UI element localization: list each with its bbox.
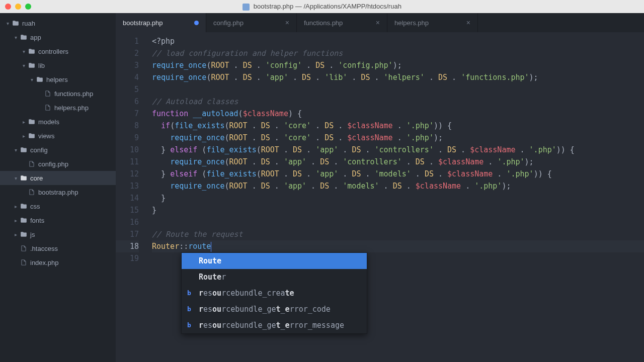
tree-item-label: index.php	[30, 259, 58, 266]
folder-icon	[19, 217, 28, 224]
folder-icon	[35, 76, 44, 83]
editor-tab[interactable]: config.php×	[206, 13, 297, 32]
tree-item-label: helpers	[46, 76, 68, 83]
tree-folder[interactable]: ▸models	[0, 115, 116, 129]
code-wrap: 12345678910111213141516171819 <?php// lo…	[116, 32, 644, 362]
autocomplete-label: resourcebundle_get_error_message	[199, 319, 344, 331]
tree-folder[interactable]: ▸fonts	[0, 213, 116, 227]
code-line: <?php	[152, 35, 644, 47]
autocomplete-item[interactable]: bresourcebundle_get_error_message	[182, 317, 367, 333]
chevron-icon: ▾	[20, 63, 27, 68]
folder-icon	[19, 203, 28, 210]
chevron-icon: ▸	[20, 119, 27, 125]
window-close-button[interactable]	[5, 4, 11, 10]
php-file-icon	[243, 4, 250, 11]
tree-item-label: fonts	[30, 217, 44, 224]
code-line: require_once(ROOT . DS . 'core' . DS . $…	[152, 132, 644, 144]
tree-file[interactable]: bootstrap.php	[0, 185, 116, 199]
autocomplete-item[interactable]: Route	[182, 253, 367, 269]
tree-folder[interactable]: ▾ruah	[0, 16, 116, 30]
window-titlebar: bootstrap.php — /Applications/XAMPP/htdo…	[0, 0, 644, 13]
tree-item-label: core	[30, 174, 43, 182]
tree-item-label: models	[38, 118, 59, 126]
editor-tab[interactable]: bootstrap.php	[116, 13, 206, 32]
editor-tabs[interactable]: bootstrap.phpconfig.php×functions.php×he…	[116, 13, 644, 32]
autocomplete-kind-icon: b	[184, 288, 195, 299]
window-minimize-button[interactable]	[15, 4, 21, 10]
code-line: require_once(ROOT . DS . 'config' . DS .…	[152, 59, 644, 71]
code-editor[interactable]: <?php// load configuration and helper fu…	[146, 32, 644, 362]
line-number: 7	[116, 108, 139, 120]
tree-item-label: functions.php	[54, 90, 93, 98]
line-number: 16	[116, 216, 139, 228]
code-line: // Route the request	[152, 228, 644, 240]
tree-folder[interactable]: ▾config	[0, 143, 116, 157]
tree-folder[interactable]: ▸views	[0, 129, 116, 143]
tree-file[interactable]: index.php	[0, 255, 116, 269]
tree-item-label: ruah	[22, 20, 35, 27]
autocomplete-item[interactable]: Router	[182, 269, 367, 285]
tree-folder[interactable]: ▾helpers	[0, 72, 116, 86]
autocomplete-label: Route	[199, 255, 221, 267]
traffic-lights	[5, 4, 31, 10]
chevron-icon: ▸	[12, 232, 19, 237]
autocomplete-label: resourcebundle_get_error_code	[199, 303, 331, 315]
folder-icon	[19, 146, 28, 153]
tab-close-button[interactable]: ×	[376, 19, 380, 27]
tab-close-button[interactable]: ×	[466, 19, 470, 27]
tab-close-button[interactable]: ×	[285, 19, 289, 27]
tree-folder[interactable]: ▾lib	[0, 58, 116, 72]
editor-tab[interactable]: functions.php×	[297, 13, 387, 32]
tree-item-label: helpers.php	[54, 104, 89, 112]
file-icon	[19, 245, 28, 252]
code-line	[152, 216, 644, 228]
tree-item-label: css	[30, 203, 40, 210]
line-number: 1	[116, 35, 139, 47]
autocomplete-popup[interactable]: RouteRouterbresourcebundle_createbresour…	[181, 252, 367, 334]
tab-label: config.php	[213, 19, 244, 27]
editor-area: bootstrap.phpconfig.php×functions.php×he…	[116, 13, 644, 362]
tree-folder[interactable]: ▾app	[0, 30, 116, 44]
tab-label: helpers.php	[394, 19, 429, 27]
autocomplete-item[interactable]: bresourcebundle_create	[182, 285, 367, 301]
folder-icon	[27, 118, 36, 125]
line-number: 9	[116, 132, 139, 144]
editor-tab[interactable]: helpers.php×	[387, 13, 478, 32]
file-icon	[27, 189, 36, 196]
chevron-icon: ▾	[28, 77, 35, 82]
line-number: 2	[116, 47, 139, 59]
tree-item-label: controllers	[38, 48, 68, 55]
tree-file[interactable]: functions.php	[0, 86, 116, 101]
window-zoom-button[interactable]	[25, 4, 31, 10]
code-line: require_once(ROOT . DS . 'app' . DS . 'c…	[152, 156, 644, 168]
autocomplete-kind-icon: b	[184, 304, 195, 315]
chevron-icon: ▸	[20, 133, 27, 139]
folder-icon	[27, 132, 36, 139]
code-line: if(file_exists(ROOT . DS . 'core' . DS .…	[152, 120, 644, 132]
tree-file[interactable]: config.php	[0, 157, 116, 171]
line-number: 10	[116, 144, 139, 156]
tree-file[interactable]: helpers.php	[0, 101, 116, 115]
file-tree-sidebar[interactable]: ▾ruah▾app▾controllers▾lib▾helpersfunctio…	[0, 13, 116, 362]
tree-folder[interactable]: ▾controllers	[0, 44, 116, 58]
chevron-icon: ▾	[12, 175, 19, 181]
code-line: // load configuration and helper functio…	[152, 47, 644, 59]
line-number: 5	[116, 83, 139, 96]
line-number: 11	[116, 156, 139, 168]
tree-folder[interactable]: ▸js	[0, 227, 116, 241]
code-line: require_once(ROOT . DS . 'app' . DS . 'l…	[152, 71, 644, 83]
folder-icon	[19, 231, 28, 238]
code-line: } elseif (file_exists(ROOT . DS . 'app' …	[152, 144, 644, 156]
tree-item-label: lib	[38, 62, 45, 69]
autocomplete-kind-icon	[184, 255, 195, 266]
tree-folder[interactable]: ▾core	[0, 171, 116, 185]
code-line: require_once(ROOT . DS . 'app' . DS . 'm…	[152, 180, 644, 192]
tree-item-label: bootstrap.php	[38, 189, 78, 196]
code-line: }	[152, 192, 644, 204]
file-icon	[27, 160, 36, 167]
tree-file[interactable]: .htaccess	[0, 241, 116, 255]
line-number: 18	[116, 240, 139, 252]
autocomplete-item[interactable]: bresourcebundle_get_error_code	[182, 301, 367, 317]
code-line	[152, 83, 644, 96]
tree-folder[interactable]: ▸css	[0, 199, 116, 213]
